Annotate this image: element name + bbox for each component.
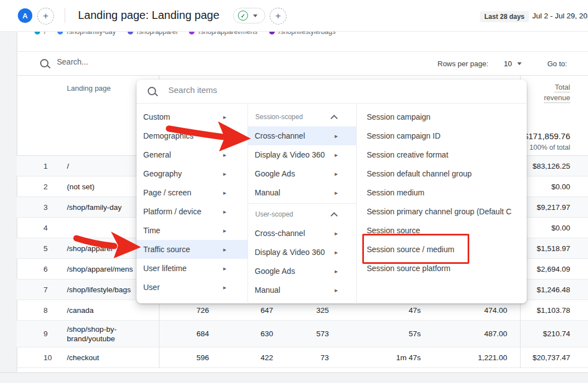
menu-item-time[interactable]: Time▸: [137, 221, 247, 240]
annotation-highlight-box: [362, 234, 469, 264]
revenue-cell: $1,518.97: [520, 244, 588, 253]
menu-item-user-lifetime[interactable]: User lifetime▸: [137, 259, 247, 278]
date-range-badge[interactable]: Last 28 days: [480, 11, 529, 22]
landing-page-cell: /canada: [67, 306, 159, 315]
menu-item-user-cross-channel[interactable]: Cross-channel▸: [248, 224, 356, 243]
menu-item-session-manual[interactable]: Manual▸: [248, 183, 356, 202]
row-number: 3: [43, 203, 67, 212]
add-tab-button[interactable]: +: [270, 8, 286, 24]
submenu-arrow-icon: ▸: [223, 227, 226, 234]
metric-cell: 684: [159, 330, 215, 338]
column-header-landing-page[interactable]: Landing page: [67, 84, 111, 92]
revenue-cell: $1,246.48: [520, 286, 588, 294]
menu-item-demographics[interactable]: Demographics▸: [137, 126, 247, 145]
column-header-total-revenue[interactable]: Total revenue: [536, 82, 570, 103]
menu-search-bar: [137, 80, 527, 104]
plus-icon: +: [43, 11, 48, 22]
submenu-arrow-icon: ▸: [223, 265, 226, 272]
submenu-arrow-icon: ▸: [334, 151, 338, 159]
metric-cell: 573: [279, 330, 334, 338]
chevron-down-icon: [253, 14, 257, 17]
metric-cell: 596: [159, 353, 215, 362]
menu-item-geography[interactable]: Geography▸: [137, 164, 247, 183]
menu-item-session-campaign-id[interactable]: Session campaign ID: [357, 126, 527, 145]
menu-scope-column: Session-scoped Cross-channel▸ Display & …: [248, 104, 357, 304]
menu-item-custom[interactable]: Custom▸: [137, 107, 247, 126]
dimension-picker-menu: Custom▸ Demographics▸ General▸ Geography…: [137, 80, 527, 303]
page-bottom-gutter: [0, 372, 588, 383]
table-row: 9 /shop/shop-by-brand/youtube 684 630 57…: [17, 321, 588, 347]
menu-item-user-manual[interactable]: Manual▸: [248, 281, 356, 299]
section-header-session-scoped: Session-scoped: [248, 107, 356, 126]
menu-item-user-dv360[interactable]: Display & Video 360▸: [248, 243, 356, 262]
page-gutter: [0, 31, 17, 383]
revenue-cell: $210.74: [520, 330, 588, 338]
metric-cell: 1,221.00: [426, 353, 520, 362]
ga4-report-page: / /shop/family-day /shop/apparel /shop/a…: [0, 0, 588, 383]
metric-cell: 1m 47s: [334, 353, 426, 362]
search-input[interactable]: [56, 57, 153, 67]
row-number: 9: [43, 330, 67, 338]
metric-cell: 73: [279, 353, 334, 362]
submenu-arrow-icon: ▸: [223, 189, 226, 197]
table-top-border: [17, 75, 588, 76]
plus-icon: +: [275, 11, 281, 22]
chevron-up-icon[interactable]: [331, 115, 338, 122]
menu-item-session-primary-channel-group[interactable]: Session primary channel group (Default C: [357, 202, 527, 221]
submenu-arrow-icon: ▸: [334, 287, 338, 294]
revenue-cell: $83,126.25: [520, 162, 588, 170]
submenu-arrow-icon: ▸: [334, 249, 338, 256]
row-number: 5: [43, 244, 67, 253]
submenu-arrow-icon: ▸: [334, 268, 338, 275]
metric-cell: 647: [215, 306, 279, 315]
menu-item-session-campaign[interactable]: Session campaign: [357, 107, 527, 126]
table-row: 10 /checkout 596 422 73 1m 47s 1,221.00 …: [17, 347, 588, 368]
search-icon: [40, 59, 48, 67]
metric-cell: 47s: [334, 306, 426, 315]
revenue-cell: $0.00: [520, 224, 588, 232]
menu-item-traffic-source[interactable]: Traffic source▸: [137, 240, 247, 259]
menu-item-page-screen[interactable]: Page / screen▸: [137, 183, 247, 202]
app-header: A + Landing page: Landing page ✓ + Last …: [0, 0, 588, 32]
metric-cell: 57s: [334, 330, 426, 338]
submenu-arrow-icon: ▸: [334, 189, 338, 197]
date-range-value[interactable]: Jul 2 - Jul 29, 202: [532, 12, 588, 20]
rows-per-page-value[interactable]: 10: [504, 60, 512, 68]
menu-item-session-cross-channel[interactable]: Cross-channel▸: [248, 126, 356, 145]
menu-item-session-google-ads[interactable]: Google Ads▸: [248, 164, 356, 183]
chevron-up-icon[interactable]: [331, 212, 338, 219]
revenue-cell: $0.00: [520, 183, 588, 191]
landing-page-cell: /shop/shop-by-brand/youtube: [67, 325, 159, 343]
submenu-arrow-icon: ▸: [334, 132, 338, 140]
submenu-arrow-icon: ▸: [223, 114, 226, 121]
menu-item-user[interactable]: User▸: [137, 278, 247, 297]
submenu-arrow-icon: ▸: [223, 170, 226, 178]
metric-cell: 422: [215, 353, 279, 362]
menu-item-session-default-channel-group[interactable]: Session default channel group: [357, 164, 527, 183]
row-number: 1: [43, 162, 67, 170]
menu-item-platform-device[interactable]: Platform / device▸: [137, 202, 247, 221]
submenu-arrow-icon: ▸: [223, 132, 226, 140]
row-number: 10: [43, 353, 67, 362]
report-status-control[interactable]: ✓: [233, 8, 265, 23]
menu-item-user-google-ads[interactable]: Google Ads▸: [248, 262, 356, 281]
menu-item-session-creative-format[interactable]: Session creative format: [357, 145, 527, 164]
add-comparison-button[interactable]: +: [37, 8, 54, 24]
menu-item-session-medium[interactable]: Session medium: [357, 183, 527, 202]
menu-search-input[interactable]: [167, 85, 325, 95]
totals-share: 100% of total: [529, 144, 570, 151]
menu-item-session-dv360[interactable]: Display & Video 360▸: [248, 145, 356, 164]
menu-dimension-column: Session campaign Session campaign ID Ses…: [357, 104, 527, 304]
menu-category-column: Custom▸ Demographics▸ General▸ Geography…: [137, 104, 248, 304]
avatar[interactable]: A: [18, 8, 32, 23]
menu-item-general[interactable]: General▸: [137, 145, 247, 164]
metric-cell: 487.00: [426, 330, 520, 338]
metric-cell: 726: [159, 306, 215, 315]
revenue-cell: $9,217.97: [520, 203, 588, 212]
rows-per-page-label: Rows per page:: [438, 60, 488, 68]
row-number: 7: [43, 286, 67, 294]
table-toolbar: Rows per page: 10 Go to: 1: [17, 51, 588, 76]
section-divider: [248, 203, 356, 204]
chevron-down-icon[interactable]: [517, 62, 522, 65]
page-title[interactable]: Landing page: Landing page: [78, 9, 220, 22]
